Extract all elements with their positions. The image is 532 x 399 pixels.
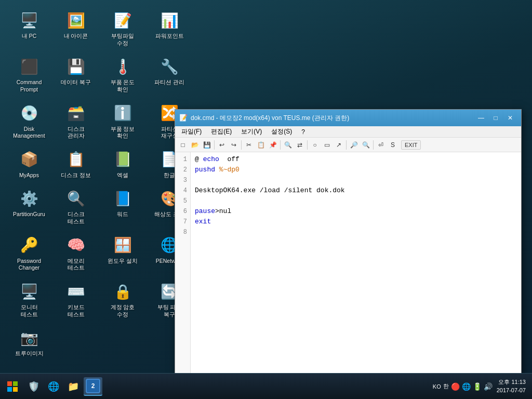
toolbar-rect[interactable]: ▭ <box>321 139 332 151</box>
battery-icon: 🔋 <box>473 382 482 391</box>
partition-guru-icon: ⚙️ <box>19 188 39 209</box>
notepad-window: 📝 dok.cmd - 메모장2 mod(x64) von TEUS.me (관… <box>175 109 522 379</box>
desktop-icon-keyboard-test[interactable]: ⌨️키보드 테스트 <box>57 279 95 320</box>
boot-file-edit-label: 부팅파일 수정 <box>111 33 134 47</box>
start-button[interactable] <box>2 376 23 397</box>
desktop-icon-disk-info[interactable]: 📋디스크 정보 <box>57 147 95 181</box>
menu-view[interactable]: 보기(V) <box>237 126 266 137</box>
excel-icon: 📗 <box>112 149 133 170</box>
code-line-3[interactable] <box>195 175 517 185</box>
password-changer-label: Password Changer <box>17 258 41 272</box>
notepad-icon: 📝 <box>179 114 188 122</box>
svg-rect-0 <box>7 381 12 386</box>
toolbar-sep5 <box>346 140 347 150</box>
desktop-icon-my-apps[interactable]: 📦MyApps <box>10 147 48 181</box>
desktop-icon-disk-manager[interactable]: 🗃️디스크 관리자 <box>57 101 95 142</box>
line-num-5: 5 <box>175 196 187 206</box>
code-line-5[interactable] <box>195 196 517 206</box>
close-button[interactable]: ✕ <box>503 113 517 123</box>
maximize-button[interactable]: □ <box>489 113 502 123</box>
menu-file[interactable]: 파일(F) <box>177 126 206 137</box>
code-line-2[interactable]: pushd %~dp0 <box>195 165 517 175</box>
desktop-icon-windows-install[interactable]: 🪟윈도우 설치 <box>104 233 141 274</box>
toolbar-paste[interactable]: 📌 <box>267 139 278 151</box>
code-line-6[interactable]: pause>nul <box>195 206 517 217</box>
minimize-button[interactable]: — <box>474 113 488 123</box>
toolbar-wrap[interactable]: ⏎ <box>375 139 387 151</box>
toolbar-search[interactable]: 🔍 <box>282 139 294 151</box>
code-line-8[interactable] <box>195 227 517 237</box>
taskbar-clock[interactable]: 오후 11:13 2017-07-07 <box>497 378 526 394</box>
toolbar-undo[interactable]: ↩ <box>216 139 228 151</box>
han-indicator[interactable]: 한 <box>443 382 449 390</box>
toolbar-new[interactable]: □ <box>177 139 189 151</box>
volume-icon[interactable]: 🔊 <box>484 382 493 391</box>
taskbar-app-notepad[interactable]: 2 <box>84 377 102 396</box>
toolbar-exit[interactable]: EXIT <box>401 140 421 150</box>
taskbar-app-browser[interactable]: 🌐 <box>44 377 63 396</box>
desktop-icon-disk-test[interactable]: 🔍디스크 테스트 <box>57 186 95 227</box>
data-recovery-label: 데이터 복구 <box>61 79 91 86</box>
my-icon-icon: 🖼️ <box>65 10 86 31</box>
desktop-icon-monitor-test[interactable]: 🖥️모니터 테스트 <box>10 279 48 320</box>
window-title: dok.cmd - 메모장2 mod(x64) von TEUS.me (관리자… <box>191 114 474 123</box>
monitor-test-label: 모니터 테스트 <box>21 304 38 318</box>
desktop-icon-memory-test[interactable]: 🧠메모리 테스트 <box>57 233 95 274</box>
desktop-icon-my-pc[interactable]: 🖥️내 PC <box>10 8 48 49</box>
parts-temp-label: 부품 온도 확인 <box>111 79 135 93</box>
desktop-icon-partition-manage[interactable]: 🔧파티션 관리 <box>151 54 188 95</box>
desktop-icon-my-icon[interactable]: 🖼️내 아이콘 <box>57 8 95 49</box>
code-content[interactable]: @ echo offpushd %~dp0 DesktopOK64.exe /l… <box>191 152 521 379</box>
parts-temp-icon: 🌡️ <box>112 56 133 77</box>
desktop-icon-partition-guru[interactable]: ⚙️PartitionGuru <box>10 186 48 227</box>
hangeul-label: 한글 <box>164 172 175 179</box>
toolbar-sep6 <box>373 140 374 150</box>
toolbar-zoom-out[interactable]: 🔍 <box>360 139 371 151</box>
desktop-icon-data-recovery[interactable]: 💾데이터 복구 <box>57 54 95 95</box>
desktop-icon-parts-temp[interactable]: 🌡️부품 온도 확인 <box>104 54 141 95</box>
desktop-icon-true-image[interactable]: 📷트루이미지 <box>10 325 48 360</box>
disk-manager-label: 디스크 관리자 <box>68 126 85 140</box>
partition-guru-label: PartitionGuru <box>13 211 45 218</box>
menu-edit[interactable]: 편집(E) <box>207 126 236 137</box>
language-indicator[interactable]: KO <box>433 383 441 390</box>
code-line-1[interactable]: @ echo off <box>195 154 517 165</box>
desktop-icon-powerpoint[interactable]: 📊파워포인트 <box>151 8 188 49</box>
powerpoint-label: 파워포인트 <box>155 33 184 40</box>
line-numbers: 12345678 <box>175 152 191 379</box>
desktop-icon-password-changer[interactable]: 🔑Password Changer <box>10 233 48 274</box>
code-area[interactable]: 12345678 @ echo offpushd %~dp0 DesktopOK… <box>175 152 521 379</box>
account-pw-label: 계정 암호 수정 <box>111 304 135 318</box>
toolbar-zoom-in[interactable]: 🔎 <box>348 139 360 151</box>
desktop-icon-account-pw[interactable]: 🔒계정 암호 수정 <box>104 279 141 320</box>
toolbar-replace[interactable]: ⇄ <box>294 139 305 151</box>
data-recovery-icon: 💾 <box>65 56 86 77</box>
toolbar-open[interactable]: 📂 <box>189 139 201 151</box>
toolbar-copy[interactable]: 📋 <box>255 139 267 151</box>
line-num-8: 8 <box>175 227 187 237</box>
toolbar-save[interactable]: 💾 <box>201 139 212 151</box>
desktop-icon-disk-management[interactable]: 💿Disk Management <box>10 101 48 142</box>
menu-help[interactable]: ? <box>297 127 309 137</box>
desktop-icon-excel[interactable]: 📗엑셀 <box>104 147 141 181</box>
taskbar-app-folder[interactable]: 📁 <box>64 377 83 396</box>
desktop-icon-word[interactable]: 📘워드 <box>104 186 141 227</box>
menu-settings[interactable]: 설정(S) <box>267 126 296 137</box>
code-line-7[interactable]: exit <box>195 217 517 227</box>
taskbar-app-security[interactable]: 🛡️ <box>24 377 43 396</box>
password-changer-icon: 🔑 <box>19 235 39 256</box>
taskbar: 🛡️ 🌐 📁 2 KO 한 🔴 🌐 🔋 🔊 오후 11:13 2017-07-0… <box>0 373 532 399</box>
toolbar-s[interactable]: S <box>387 139 398 151</box>
desktop-icon-command-prompt[interactable]: ⬛Command Prompt <box>10 54 48 95</box>
toolbar-circle[interactable]: ○ <box>309 139 321 151</box>
parts-info-icon: ℹ️ <box>112 103 133 124</box>
code-line-4[interactable]: DesktopOK64.exe /load /silent dok.dok <box>195 185 517 196</box>
toolbar-cut[interactable]: ✂ <box>243 139 255 151</box>
keyboard-test-label: 키보드 테스트 <box>68 304 85 318</box>
desktop-icon-boot-file-edit[interactable]: 📝부팅파일 수정 <box>104 8 141 49</box>
disk-test-icon: 🔍 <box>65 188 86 209</box>
toolbar-arrow[interactable]: ↗ <box>333 139 344 151</box>
disk-test-label: 디스크 테스트 <box>68 211 85 225</box>
desktop-icon-parts-info[interactable]: ℹ️부품 정보 확인 <box>104 101 141 142</box>
toolbar-redo[interactable]: ↪ <box>228 139 240 151</box>
